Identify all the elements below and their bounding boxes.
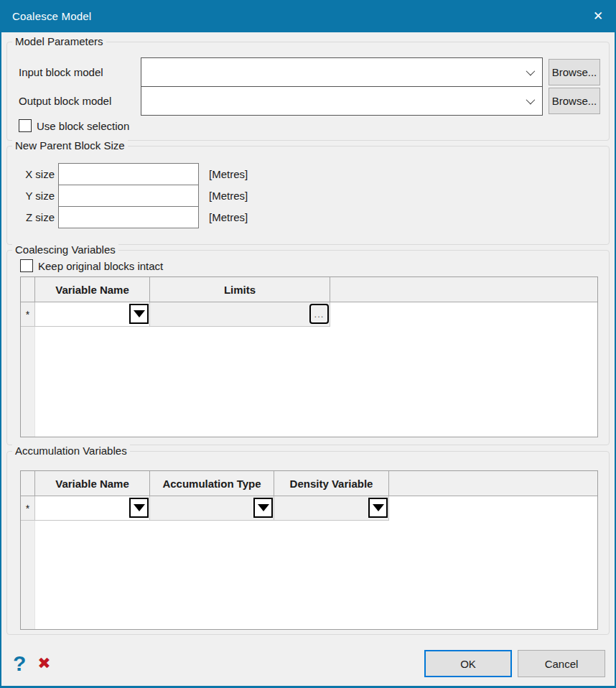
output-block-model-row: Output block model Browse... (19, 86, 594, 116)
x-size-row: X size [Metres] (14, 163, 609, 185)
cancel-button-label: Cancel (545, 658, 579, 670)
accumulation-variables-table: Variable Name Accumulation Type Density … (20, 470, 598, 630)
title-bar: Coalesce Model ✕ (0, 0, 616, 32)
new-row-marker: * (21, 496, 35, 521)
variable-name-cell[interactable] (35, 496, 150, 521)
parent-block-size-group: New Parent Block Size X size [Metres] Y … (6, 146, 610, 245)
cancel-button[interactable]: Cancel (518, 650, 605, 677)
coalescing-variables-title: Coalescing Variables (12, 243, 118, 257)
limits-ellipsis-button[interactable]: ... (309, 304, 329, 324)
variable-name-dropdown-button[interactable] (129, 304, 149, 324)
use-block-selection-checkbox[interactable] (19, 119, 32, 132)
x-size-input[interactable] (58, 163, 199, 185)
column-header-variable-name[interactable]: Variable Name (35, 471, 150, 496)
input-block-model-row: Input block model Browse... (19, 57, 594, 87)
input-browse-button[interactable]: Browse... (549, 59, 600, 85)
limits-cell[interactable]: ... (150, 302, 330, 327)
dropdown-arrow-icon (258, 504, 269, 511)
z-size-input[interactable] (58, 206, 199, 228)
header-filler (389, 471, 597, 496)
new-row-marker: * (21, 302, 35, 327)
column-header-density-variable[interactable]: Density Variable (274, 471, 389, 496)
output-browse-button[interactable]: Browse... (549, 88, 600, 114)
accumulation-type-cell[interactable] (150, 496, 274, 521)
ok-button[interactable]: OK (424, 650, 512, 677)
y-size-label: Y size (25, 190, 55, 202)
column-header-limits[interactable]: Limits (150, 277, 330, 302)
output-block-model-combobox[interactable] (141, 86, 543, 116)
accumulation-variables-group: Accumulation Variables Variable Name Acc… (6, 451, 610, 635)
dialog-title: Coalesce Model (0, 10, 91, 22)
ellipsis-icon: ... (314, 310, 325, 319)
keep-original-blocks-label: Keep original blocks intact (38, 260, 163, 272)
row-filler (330, 302, 597, 327)
row-header-strip (21, 327, 35, 437)
row-header-column (21, 471, 35, 496)
validation-error-icon: ✖ (37, 656, 50, 671)
keep-original-blocks-checkbox[interactable] (20, 259, 33, 272)
chevron-down-icon (526, 96, 536, 105)
column-header-accumulation-type[interactable]: Accumulation Type (150, 471, 274, 496)
dialog-footer: ? ✖ OK Cancel (6, 650, 610, 677)
ok-button-label: OK (460, 658, 476, 670)
z-size-label: Z size (26, 211, 55, 223)
dropdown-arrow-icon (373, 504, 384, 511)
y-size-unit: [Metres] (209, 190, 609, 202)
accumulation-new-row: * (21, 496, 597, 521)
model-parameters-group: Model Parameters Input block model Brows… (6, 42, 610, 141)
density-variable-dropdown-button[interactable] (368, 498, 388, 518)
output-block-model-label: Output block model (19, 95, 141, 107)
input-block-model-label: Input block model (19, 66, 141, 78)
parent-block-size-title: New Parent Block Size (12, 139, 128, 153)
y-size-input[interactable] (58, 185, 199, 207)
output-browse-label: Browse... (552, 95, 597, 107)
dropdown-arrow-icon (134, 504, 145, 511)
keep-original-row: Keep original blocks intact (20, 259, 609, 272)
variable-name-dropdown-button[interactable] (129, 498, 149, 518)
coalescing-table-empty-area[interactable] (21, 327, 597, 437)
x-size-unit: [Metres] (209, 168, 609, 180)
variable-name-cell[interactable] (35, 302, 150, 327)
coalescing-variables-table: Variable Name Limits * ... (20, 276, 598, 437)
row-header-column (21, 277, 35, 302)
input-block-model-combobox[interactable] (141, 57, 543, 87)
row-filler (389, 496, 597, 521)
coalescing-new-row: * ... (21, 302, 597, 327)
coalesce-model-dialog: Coalesce Model ✕ Model Parameters Input … (0, 0, 616, 688)
y-size-row: Y size [Metres] (14, 185, 609, 207)
accumulation-variables-title: Accumulation Variables (12, 444, 130, 458)
model-parameters-title: Model Parameters (12, 34, 106, 49)
use-block-selection-row: Use block selection (19, 119, 594, 132)
close-icon: ✕ (593, 9, 603, 24)
header-filler (330, 277, 597, 302)
density-variable-cell[interactable] (274, 496, 389, 521)
accumulation-type-dropdown-button[interactable] (253, 498, 273, 518)
dialog-content: Model Parameters Input block model Brows… (1, 32, 615, 686)
accumulation-table-empty-area[interactable] (21, 521, 597, 629)
use-block-selection-label: Use block selection (37, 120, 129, 132)
z-size-row: Z size [Metres] (14, 206, 609, 228)
x-size-label: X size (25, 168, 55, 180)
close-button[interactable]: ✕ (580, 0, 616, 32)
accumulation-table-header: Variable Name Accumulation Type Density … (21, 471, 597, 496)
chevron-down-icon (526, 67, 536, 76)
input-browse-label: Browse... (552, 66, 597, 78)
z-size-unit: [Metres] (209, 211, 609, 223)
dropdown-arrow-icon (134, 310, 145, 317)
row-header-strip (21, 521, 35, 629)
coalescing-variables-group: Coalescing Variables Keep original block… (6, 250, 610, 445)
coalescing-table-header: Variable Name Limits (21, 277, 597, 302)
column-header-variable-name[interactable]: Variable Name (35, 277, 150, 302)
help-icon[interactable]: ? (13, 653, 26, 674)
